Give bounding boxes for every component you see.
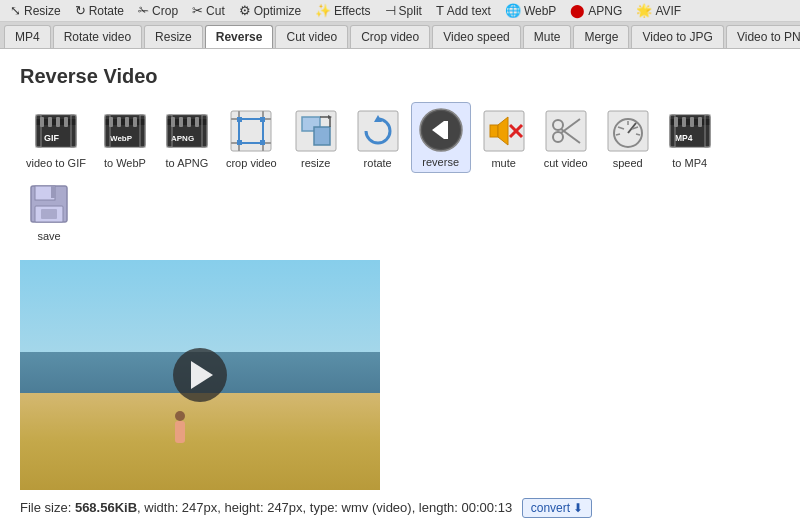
menu-item-avif[interactable]: 🌟 AVIF	[630, 1, 687, 20]
svg-text:GIF: GIF	[44, 133, 60, 143]
tool-label-to-webp: to WebP	[104, 157, 146, 169]
tool-video-to-gif[interactable]: GIF video to GIF	[20, 104, 92, 173]
menu-label-split: Split	[399, 4, 422, 18]
effects-icon: ✨	[315, 3, 331, 18]
menu-item-resize[interactable]: ⤡ Resize	[4, 1, 67, 20]
cut-icon: ✂	[192, 3, 203, 18]
svg-rect-12	[117, 117, 121, 127]
tab-reverse[interactable]: Reverse	[205, 25, 274, 48]
tool-reverse[interactable]: reverse	[411, 102, 471, 173]
file-info-prefix: File size:	[20, 500, 75, 515]
tool-save[interactable]: save	[20, 177, 78, 246]
tab-cut-video[interactable]: Cut video	[275, 25, 348, 48]
tab-mp4[interactable]: MP4	[4, 25, 51, 48]
tab-rotate-video[interactable]: Rotate video	[53, 25, 142, 48]
video-player[interactable]	[20, 260, 380, 490]
svg-rect-36	[260, 140, 265, 145]
main-content: Reverse Video GIF video to GIF	[0, 49, 800, 518]
tool-label-video-to-gif: video to GIF	[26, 157, 86, 169]
tools-bar: GIF video to GIF WebP	[20, 102, 780, 246]
menu-label-effects: Effects	[334, 4, 370, 18]
menu-item-webp[interactable]: 🌐 WebP	[499, 1, 562, 20]
svg-rect-72	[698, 117, 702, 127]
convert-button[interactable]: convert ⬇	[522, 498, 592, 518]
svg-rect-4	[56, 117, 60, 127]
tool-label-cut-video: cut video	[544, 157, 588, 169]
menu-item-crop[interactable]: ✁ Crop	[132, 1, 184, 20]
svg-rect-48	[444, 121, 448, 139]
menu-label-rotate: Rotate	[89, 4, 124, 18]
menu-item-apng[interactable]: ⬤ APNG	[564, 1, 628, 20]
tool-label-to-apng: to APNG	[166, 157, 209, 169]
svg-rect-39	[314, 127, 330, 145]
tab-mute[interactable]: Mute	[523, 25, 572, 48]
svg-rect-34	[260, 117, 265, 122]
tab-resize[interactable]: Resize	[144, 25, 203, 48]
tab-video-speed[interactable]: Video speed	[432, 25, 521, 48]
menu-item-optimize[interactable]: ⚙ Optimize	[233, 1, 307, 20]
tool-label-mute: mute	[491, 157, 515, 169]
svg-rect-35	[237, 140, 242, 145]
tool-label-crop-video: crop video	[226, 157, 277, 169]
menu-item-rotate[interactable]: ↻ Rotate	[69, 1, 130, 20]
tool-icon-to-mp4: MP4	[667, 108, 713, 154]
svg-rect-21	[179, 117, 183, 127]
menu-item-addtext[interactable]: T Add text	[430, 1, 497, 20]
svg-text:APNG: APNG	[171, 134, 194, 143]
tool-icon-to-webp: WebP	[102, 108, 148, 154]
tool-icon-cut-video	[543, 108, 589, 154]
tool-icon-mute	[481, 108, 527, 154]
svg-rect-78	[51, 186, 55, 198]
tool-label-rotate: rotate	[364, 157, 392, 169]
tab-video-to-png[interactable]: Video to PNG	[726, 25, 800, 48]
crop-icon: ✁	[138, 3, 149, 18]
tool-speed[interactable]: speed	[599, 104, 657, 173]
svg-rect-50	[490, 125, 498, 137]
addtext-icon: T	[436, 3, 444, 18]
menu-label-addtext: Add text	[447, 4, 491, 18]
rotate-icon: ↻	[75, 3, 86, 18]
page-title: Reverse Video	[20, 65, 780, 88]
svg-rect-80	[41, 209, 57, 219]
tool-to-webp[interactable]: WebP to WebP	[96, 104, 154, 173]
tab-merge[interactable]: Merge	[573, 25, 629, 48]
menu-label-webp: WebP	[524, 4, 556, 18]
tool-icon-resize	[293, 108, 339, 154]
tool-to-mp4[interactable]: MP4 to MP4	[661, 104, 719, 173]
svg-rect-54	[546, 111, 586, 151]
convert-label: convert	[531, 501, 570, 515]
svg-rect-14	[133, 117, 137, 127]
tool-icon-rotate	[355, 108, 401, 154]
video-sand	[20, 393, 380, 490]
top-menu-bar: ⤡ Resize ↻ Rotate ✁ Crop ✂ Cut ⚙ Optimiz…	[0, 0, 800, 22]
svg-line-65	[636, 134, 640, 135]
tool-cut-video[interactable]: cut video	[537, 104, 595, 173]
menu-item-split[interactable]: ⊣ Split	[379, 1, 428, 20]
resize-icon: ⤡	[10, 3, 21, 18]
video-figure	[171, 411, 189, 449]
tool-resize[interactable]: resize	[287, 104, 345, 173]
tab-crop-video[interactable]: Crop video	[350, 25, 430, 48]
svg-text:MP4: MP4	[675, 133, 693, 143]
tool-rotate[interactable]: rotate	[349, 104, 407, 173]
menu-label-crop: Crop	[152, 4, 178, 18]
play-button[interactable]	[173, 348, 227, 402]
tool-mute[interactable]: mute	[475, 104, 533, 173]
split-icon: ⊣	[385, 3, 396, 18]
menu-item-effects[interactable]: ✨ Effects	[309, 1, 376, 20]
menu-label-optimize: Optimize	[254, 4, 301, 18]
play-triangle-icon	[191, 361, 213, 389]
tool-icon-speed	[605, 108, 651, 154]
tool-icon-reverse	[418, 107, 464, 153]
svg-line-66	[616, 134, 620, 135]
tool-icon-crop-video	[228, 108, 274, 154]
tab-video-to-jpg[interactable]: Video to JPG	[631, 25, 724, 48]
file-info-rest: , width: 247px, height: 247px, type: wmv…	[137, 500, 512, 515]
menu-label-resize: Resize	[24, 4, 61, 18]
menu-item-cut[interactable]: ✂ Cut	[186, 1, 231, 20]
svg-rect-22	[187, 117, 191, 127]
svg-rect-13	[125, 117, 129, 127]
tool-to-apng[interactable]: APNG to APNG	[158, 104, 216, 173]
tool-label-speed: speed	[613, 157, 643, 169]
tool-crop-video[interactable]: crop video	[220, 104, 283, 173]
